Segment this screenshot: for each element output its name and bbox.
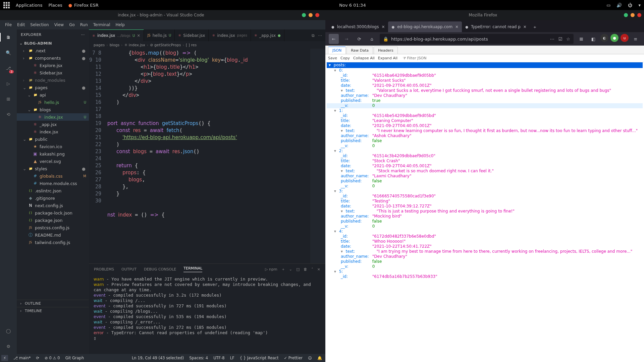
panel-tab[interactable]: PROBLEMS <box>94 267 114 272</box>
status-item[interactable]: Ln 19, Col 49 (43 selected) <box>132 356 184 360</box>
json-field[interactable]: ▾ text: "I never knew learning computer … <box>327 128 643 133</box>
json-field[interactable]: title: "Testing" <box>327 199 643 204</box>
json-field[interactable]: author_name: "Laxmi Chaudhary" <box>327 174 643 179</box>
json-field[interactable]: title: "Leaning Computer" <box>327 118 643 123</box>
close-tab-icon[interactable]: × <box>381 24 385 29</box>
applications-menu[interactable]: Applications <box>16 3 42 8</box>
browser-tab[interactable]: ● TypeError: cannot read p × <box>462 21 530 32</box>
breadcrumb-item[interactable]: pages <box>94 43 105 47</box>
git-branch[interactable]: ⎇ main* <box>13 356 31 360</box>
json-field[interactable]: __v: 0 <box>327 184 643 189</box>
remote-indicator[interactable]: ⚡ <box>1 355 8 361</box>
minimize-button[interactable] <box>302 13 306 17</box>
json-tree[interactable]: ▾ posts:▾ 0:_id: "61514ba64209dbbaef9d05… <box>325 62 644 362</box>
firefox-launcher[interactable]: ●Firefox ESR <box>68 3 99 8</box>
tree-item[interactable]: ⌄ 📁 blogs <box>17 106 89 113</box>
editor-tab[interactable]: ⚛ index.jsx pages <box>209 29 251 41</box>
browser-tab[interactable]: ● ed-blog-api.herokuapp.com × <box>388 21 462 32</box>
json-field[interactable]: title: "Whoo Hooooo!" <box>327 239 643 244</box>
menu-item[interactable]: Terminal <box>91 21 113 28</box>
close-button[interactable] <box>315 13 319 17</box>
status-item[interactable]: ☺ <box>308 356 312 360</box>
json-array-item[interactable]: ▾ 3: <box>327 189 643 194</box>
library-icon[interactable]: 𝌆 <box>576 34 586 44</box>
tree-item[interactable]: ★ favicon.ico <box>17 143 89 150</box>
json-root[interactable]: ▾ posts: <box>327 62 643 68</box>
minimize-button[interactable] <box>624 13 628 17</box>
tree-item[interactable]: ⌄ 📁 api <box>17 91 89 99</box>
browser-tab[interactable]: ● localhost:3000/blogs × <box>328 21 388 32</box>
status-item[interactable]: UTF-8 <box>213 356 225 360</box>
tree-item[interactable]: N next.config.js <box>17 202 89 209</box>
search-icon[interactable]: 🔍 <box>4 48 13 57</box>
home-button[interactable]: ⌂ <box>367 34 377 44</box>
json-field[interactable]: published: true <box>327 98 643 103</box>
json-field[interactable]: _id: "6174db5a16b7b2557b63b933" <box>327 274 643 279</box>
json-field[interactable]: ▾ text: "I am trying my best to manage t… <box>327 249 643 254</box>
json-field[interactable]: author_name: "Dev Chaudhary" <box>327 93 643 98</box>
menu-item[interactable]: Go <box>67 21 77 28</box>
extension-icon[interactable]: ● <box>610 34 619 42</box>
reader-icon[interactable]: ☑ <box>558 37 562 42</box>
json-field[interactable]: date: "2021-09-27T04:40:05.001Z" <box>327 164 643 169</box>
json-array-item[interactable]: ▾ 4: <box>327 229 643 234</box>
workspace-root[interactable]: ⌄BLOG-ADMIN <box>17 40 89 47</box>
timeline-section[interactable]: ›TIMELINE <box>17 307 89 314</box>
power-icon[interactable]: ⏻ <box>628 3 632 8</box>
outline-section[interactable]: ›OUTLINE <box>17 300 89 307</box>
activities-icon[interactable] <box>3 2 10 8</box>
extension-ublock-icon[interactable]: u <box>621 34 629 42</box>
tree-item[interactable]: ⚛ Explore.jsx <box>17 62 89 69</box>
code-editor[interactable]: {blogs.map((blog) => ( <div className='s… <box>107 49 310 263</box>
status-item[interactable]: 🔔 <box>317 356 322 360</box>
explorer-icon[interactable]: 🗎 <box>4 33 13 42</box>
tree-item[interactable]: ⚛ Sidebar.jsx <box>17 69 89 76</box>
tree-item[interactable]: {} .eslintrc.json <box>17 187 89 194</box>
close-tab-icon[interactable]: × <box>523 24 527 29</box>
editor-tab[interactable]: ⚛ _app.jsx ● <box>251 29 284 41</box>
status-item[interactable]: LF <box>230 356 234 360</box>
json-field[interactable]: ▾ text: "Valorant Sucks a lot, everytime… <box>327 88 643 93</box>
editor-tab[interactable]: ⚛ index.jsx .../blogs U × <box>89 29 144 41</box>
breadcrumb-item[interactable]: ⊘ getStaticProps <box>150 43 181 47</box>
json-field[interactable]: date: "2021-10-22T14:50:41.722Z" <box>327 244 643 249</box>
editor-tab[interactable]: ⚛ Sidebar.jsx <box>175 29 209 41</box>
more-icon[interactable]: ⋯ <box>318 33 322 38</box>
json-field[interactable]: ▾ text: "This is just a testing purpose … <box>327 209 643 214</box>
json-field[interactable]: published: false <box>327 179 643 184</box>
json-field[interactable]: __v: 0 <box>327 264 643 269</box>
json-filter-input[interactable] <box>407 56 434 60</box>
tree-item[interactable]: › 📁 node_modules <box>17 76 89 84</box>
maximize-button[interactable] <box>309 13 313 17</box>
page-actions-icon[interactable]: ⋯ <box>550 37 554 42</box>
panel-tab[interactable]: TERMINAL <box>183 266 202 272</box>
places-menu[interactable]: Places <box>48 3 62 8</box>
git-sync[interactable]: ⟳ <box>36 356 39 360</box>
settings-gear-icon[interactable]: ⚙ <box>4 342 13 351</box>
url-bar[interactable]: 🔒 https://ed-blog-api.herokuapp.com/api/… <box>380 34 574 44</box>
volume-icon[interactable]: 🔊 <box>616 3 622 8</box>
json-field[interactable]: _id: "616665740575580cad1f3e90" <box>327 194 643 199</box>
json-field[interactable]: published: false <box>327 219 643 224</box>
tree-item[interactable]: JS tailwind.config.js <box>17 239 89 246</box>
breadcrumb[interactable]: pages›blogs›⚛ index.jsx›⊘ getStaticProps… <box>89 41 325 49</box>
json-tab[interactable]: Raw Data <box>346 47 373 54</box>
json-field[interactable]: _id: "61514ba64209dbbaef9d05bb" <box>327 73 643 78</box>
terminal-output[interactable]: warn - You have enabled the JIT engine w… <box>89 275 325 354</box>
debug-icon[interactable]: ▷ <box>4 79 13 88</box>
tree-item[interactable]: ⚛ _app.jsx <box>17 121 89 128</box>
new-tab-button[interactable]: ＋ <box>530 22 540 32</box>
source-control-icon[interactable]: ⎇3 <box>4 64 13 72</box>
kill-terminal-icon[interactable]: 🗑 <box>304 267 307 272</box>
menu-item[interactable]: View <box>52 21 66 28</box>
tree-item[interactable]: › 📁 .next ● <box>17 47 89 54</box>
tree-item[interactable]: {} package-lock.json <box>17 209 89 217</box>
maximize-panel-icon[interactable]: ˄ <box>311 267 313 272</box>
status-item[interactable]: Spaces: 4 <box>189 356 208 360</box>
json-field[interactable]: __v: 0 <box>327 103 643 108</box>
json-tool[interactable]: Save <box>328 56 337 60</box>
tree-item[interactable]: ⚛ index.jsx U <box>17 113 89 121</box>
json-tool[interactable]: Copy <box>340 56 350 60</box>
json-tab[interactable]: JSON <box>328 47 346 54</box>
editor-tab[interactable]: JS hello.js U <box>144 29 175 41</box>
